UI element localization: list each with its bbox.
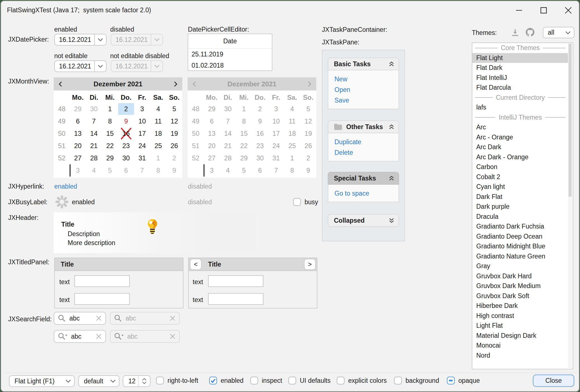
theme-item[interactable]: Nord [472,351,568,361]
hyperlink-enabled[interactable]: enabled [54,183,77,190]
day-cell[interactable]: 18 [150,127,166,140]
toolbar-checkbox-ui-defaults[interactable]: UI defaults [288,377,331,384]
taskpane-header[interactable]: Collapsed [328,214,399,227]
next-month-icon[interactable] [306,81,312,87]
day-cell[interactable]: 25 [150,140,166,152]
day-cell[interactable]: 31 [134,152,150,164]
day-cell[interactable]: 3 [70,164,86,177]
prev-month-icon[interactable] [192,81,198,87]
searchfield-value[interactable]: abc [71,333,95,340]
day-cell[interactable]: 8 [102,115,118,127]
day-cell[interactable]: 15 [102,127,118,140]
download-icon[interactable] [511,28,519,36]
maximize-button[interactable] [531,3,556,18]
toolbar-checkbox-right-to-left[interactable]: right-to-left [156,377,198,384]
toolbar-checkbox-background[interactable]: background [394,377,439,384]
titledpanel-right-input-2[interactable] [208,293,263,305]
theme-item[interactable]: Gruvbox Dark Hard [472,271,568,281]
theme-item[interactable]: Flat Darcula [472,83,568,93]
searchfield-dropdown-enabled[interactable]: abc [54,330,106,343]
theme-item[interactable]: Flat Dark [472,63,568,73]
theme-item[interactable]: Carbon [472,162,568,172]
theme-item[interactable]: Gradianto Midnight Blue [472,241,568,251]
day-cell[interactable]: 4 [150,103,166,115]
day-cell[interactable]: 29 [70,103,86,115]
monthview-enabled[interactable]: Dezember 2021 Mo.Di.Mi.Do.Fr.Sa.So.48293… [54,77,182,178]
datepicker-noteditable-dropdown-button[interactable] [94,61,106,72]
theme-item[interactable]: Dark purple [472,202,568,212]
day-cell[interactable]: 19 [166,127,183,140]
checkbox-box[interactable] [337,377,345,384]
day-cell[interactable]: 1 [102,103,118,115]
theme-item[interactable]: Material Design Dark [472,331,568,341]
style-combobox[interactable]: default [78,375,119,387]
theme-item[interactable]: Gradianto Nature Green [472,251,568,262]
toolbar-checkbox-explicit-colors[interactable]: explicit colors [337,377,387,384]
theme-item[interactable]: Arc - Orange [472,132,568,142]
day-cell[interactable]: 24 [134,140,150,152]
theme-item[interactable]: Monocai [472,341,568,351]
theme-item[interactable]: Dark Flat [472,192,568,202]
theme-item[interactable]: Flat Light [472,53,568,63]
busy-checkbox[interactable] [293,198,301,206]
spinner-buttons[interactable] [138,376,150,386]
theme-item[interactable]: Gruvbox Dark Medium [472,281,568,291]
day-cell[interactable]: 17 [134,127,150,140]
theme-item[interactable]: Arc Dark - Orange [472,152,568,162]
busy-checkbox-row[interactable]: busy [293,198,318,206]
taskpane-item[interactable]: Go to space [334,190,399,197]
checkbox-box[interactable] [250,377,258,384]
day-cell[interactable]: 7 [86,115,102,127]
day-cell[interactable]: 9 [166,164,183,177]
day-cell[interactable]: 5 [166,103,183,115]
themes-filter-combobox[interactable]: all [543,27,574,38]
themes-scrollbar-thumb[interactable] [569,44,572,197]
theme-item[interactable]: Light Flat [472,321,568,331]
close-button[interactable]: Close [533,374,574,387]
titledpanel-right-input-1[interactable] [208,275,263,287]
day-cell[interactable]: 9 [118,115,134,127]
theme-item[interactable]: High contrast [472,311,568,321]
day-cell[interactable]: 11 [150,115,166,127]
celleditor-table-row[interactable]: 01.02.2018 [188,60,272,71]
datepicker-enabled-dropdown-button[interactable] [94,34,106,45]
theme-item[interactable]: Gray [472,261,568,271]
day-cell[interactable]: 4 [86,164,102,177]
day-cell[interactable]: 1 [150,152,166,164]
day-cell[interactable]: 10 [134,115,150,127]
theme-item[interactable]: Gruvbox Dark Soft [472,291,568,301]
day-cell[interactable]: 30 [86,103,102,115]
datepicker-enabled-value[interactable]: 16.12.2021 [55,36,94,44]
day-cell[interactable]: 30 [118,152,134,164]
taskpane-item[interactable]: Open [334,86,399,94]
laf-combobox[interactable]: Flat Light (F1) [9,375,75,387]
close-window-button[interactable] [556,3,579,18]
font-size-spinner[interactable]: 12 [123,375,150,387]
day-cell[interactable]: 12 [166,115,183,127]
taskpane-header[interactable]: Basic Tasks [328,58,399,70]
checkbox-box[interactable] [394,377,402,384]
theme-item[interactable]: Hiberbee Dark [472,301,568,311]
taskpane-header[interactable]: Special Tasks [328,172,399,185]
taskpane-item[interactable]: Delete [334,149,399,156]
day-cell[interactable]: 3 [134,103,150,115]
day-cell[interactable]: 14 [86,127,102,140]
themes-scrollbar[interactable] [568,44,572,368]
day-cell[interactable]: 8 [150,164,166,177]
celleditor-table-row[interactable]: 25.11.2019 [188,49,272,60]
day-cell[interactable]: 2 [166,152,183,164]
datepicker-noteditable[interactable]: 16.12.2021 [54,60,107,72]
theme-item[interactable]: Flat IntelliJ [472,73,568,83]
searchfield-value[interactable]: abc [69,315,95,322]
day-cell[interactable]: 6 [70,115,86,127]
taskpane-item[interactable]: Save [334,97,399,104]
day-cell[interactable]: 6 [118,164,134,177]
theme-item[interactable]: Gradianto Deep Ocean [472,232,568,242]
day-cell[interactable]: 28 [86,152,102,164]
taskpane-item[interactable]: Duplicate [334,138,399,146]
day-cell[interactable]: 7 [134,164,150,177]
day-cell[interactable]: 29 [102,152,118,164]
day-cell[interactable]: 2 [118,103,134,115]
clear-icon[interactable] [95,333,102,340]
theme-item[interactable]: Gradianto Dark Fuchsia [472,222,568,232]
